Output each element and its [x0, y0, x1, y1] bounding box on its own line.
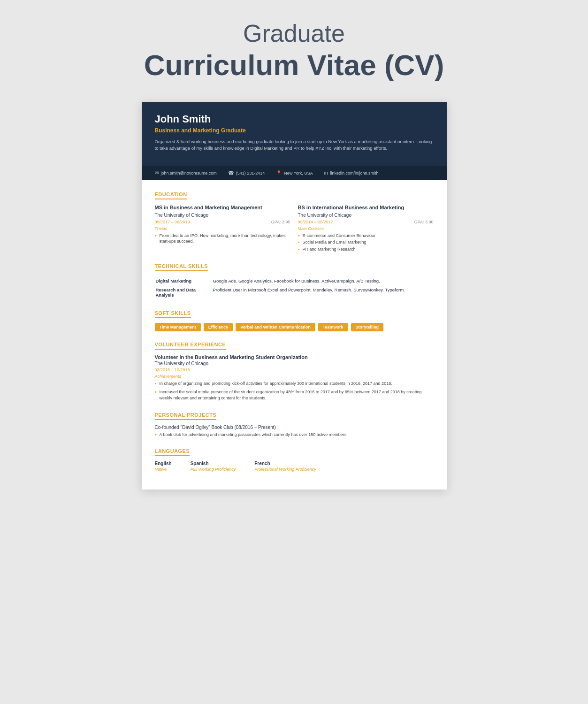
- edu1-gpa: GPA: 3.95: [271, 220, 290, 224]
- skill-row-1: Digital Marketing Google Ads. Google Ana…: [156, 277, 433, 285]
- cv-contact-bar: ✉ john.smith@novoresume.com ☎ (541) 231-…: [142, 166, 447, 180]
- edu1-degree: MS in Business and Marketing Management: [155, 204, 290, 211]
- soft-skills-title: SOFT SKILLS: [155, 310, 191, 318]
- project-title: Co-founded "David Ogilvy" Book Club (08/…: [155, 425, 434, 430]
- edu1-label: Thesis: [155, 226, 290, 231]
- education-section: EDUCATION MS in Business and Marketing M…: [155, 190, 434, 253]
- page-title-line2: Curriculum Vitae (CV): [144, 48, 444, 83]
- education-grid: MS in Business and Marketing Management …: [155, 204, 434, 253]
- lang-name-3: French: [254, 461, 316, 466]
- cv-body: EDUCATION MS in Business and Marketing M…: [142, 180, 447, 490]
- soft-skills-section: SOFT SKILLS Time Management Efficiency V…: [155, 308, 434, 331]
- volunteer-title: Volunteer in the Business and Marketing …: [155, 354, 434, 360]
- languages-grid: English Native Spanish Full Working Prof…: [155, 461, 434, 472]
- lang-name-1: English: [155, 461, 172, 466]
- page-title: Graduate Curriculum Vitae (CV): [144, 19, 444, 83]
- education-item-2: BS in International Business and Marketi…: [298, 204, 434, 253]
- email-icon: ✉: [155, 170, 159, 176]
- contact-phone: ☎ (541) 231-2414: [228, 170, 265, 176]
- location-icon: 📍: [276, 170, 282, 176]
- edu2-bullet-1: E-commerce and Consumer Behaviour: [298, 233, 434, 239]
- skill-detail-2: Proficient User in Microsoft Excel and P…: [213, 286, 433, 299]
- cv-summary: Organized & hard-working business and ma…: [155, 138, 434, 152]
- lang-level-3: Professional Working Proficiency: [254, 467, 316, 472]
- page-title-line1: Graduate: [144, 19, 444, 48]
- skill-tag-3: Teamwork: [318, 323, 348, 331]
- edu2-bullet-3: PR and Marketing Research: [298, 246, 434, 253]
- cv-document: John Smith Business and Marketing Gradua…: [142, 102, 447, 490]
- edu2-dates-gpa: 09/2014 – 06/2017 GPA: 3.90: [298, 220, 434, 224]
- volunteer-bullet-2: Increased the social media presence of t…: [155, 389, 434, 402]
- edu2-school: The University of Chicago: [298, 213, 434, 218]
- project-bullets: A book club for advertising and marketin…: [155, 432, 434, 438]
- volunteer-section: VOLUNTEER EXPERIENCE Volunteer in the Bu…: [155, 340, 434, 402]
- contact-location: 📍 New York, USA: [276, 170, 313, 176]
- contact-email: ✉ john.smith@novoresume.com: [155, 170, 217, 176]
- technical-skills-title: TECHNICAL SKILLS: [155, 263, 208, 271]
- edu2-bullets: E-commerce and Consumer Behaviour Social…: [298, 233, 434, 253]
- edu2-dates: 09/2014 – 06/2017: [298, 220, 333, 224]
- skill-tag-1: Efficiency: [204, 323, 233, 331]
- edu2-label: Main Courses: [298, 226, 434, 231]
- skill-tag-4: Storytelling: [351, 323, 384, 331]
- project-bullet-1: A book club for advertising and marketin…: [155, 432, 434, 438]
- volunteer-label: Achievements: [155, 374, 434, 379]
- contact-linkedin: in linkedin.com/in/john.smith: [324, 170, 379, 176]
- edu1-school: The University of Chicago: [155, 213, 290, 218]
- edu1-bullet-1: From Idea to an IPO: How marketing, more…: [155, 233, 290, 245]
- languages-section: LANGUAGES English Native Spanish Full Wo…: [155, 446, 434, 472]
- education-section-title: EDUCATION: [155, 191, 187, 199]
- volunteer-bullets: In charge of organizing and promoting ki…: [155, 381, 434, 402]
- lang-level-2: Full Working Proficiency: [191, 467, 236, 472]
- volunteer-bullet-1: In charge of organizing and promoting ki…: [155, 381, 434, 387]
- volunteer-dates: 03/2015 – 10/2018: [155, 367, 434, 372]
- volunteer-section-title: VOLUNTEER EXPERIENCE: [155, 342, 226, 350]
- education-item-1: MS in Business and Marketing Management …: [155, 204, 290, 253]
- linkedin-icon: in: [324, 170, 328, 176]
- skill-name-1: Digital Marketing: [156, 277, 212, 285]
- skill-name-2: Research and Data Analysis: [156, 286, 212, 299]
- language-item-2: Spanish Full Working Proficiency: [191, 461, 236, 472]
- lang-name-2: Spanish: [191, 461, 236, 466]
- cv-title: Business and Marketing Graduate: [155, 127, 434, 134]
- lang-level-1: Native: [155, 467, 172, 472]
- skill-row-2: Research and Data Analysis Proficient Us…: [156, 286, 433, 299]
- phone-icon: ☎: [228, 170, 234, 176]
- soft-skills-tags: Time Management Efficiency Verbal and Wr…: [155, 323, 434, 331]
- edu2-gpa: GPA: 3.90: [414, 220, 434, 224]
- edu2-degree: BS in International Business and Marketi…: [298, 204, 434, 211]
- technical-skills-section: TECHNICAL SKILLS Digital Marketing Googl…: [155, 261, 434, 300]
- languages-section-title: LANGUAGES: [155, 448, 190, 456]
- edu1-dates: 09/2017 – 06/2019: [155, 220, 190, 224]
- language-item-1: English Native: [155, 461, 172, 472]
- technical-skills-table: Digital Marketing Google Ads. Google Ana…: [155, 276, 434, 300]
- skill-tag-0: Time Management: [155, 323, 201, 331]
- projects-section: PERSONAL PROJECTS Co-founded "David Ogil…: [155, 410, 434, 438]
- edu2-bullet-2: Social Media and Email Marketing: [298, 239, 434, 245]
- volunteer-org: The University of Chicago: [155, 361, 434, 366]
- skill-detail-1: Google Ads. Google Analytics. Facebook f…: [213, 277, 433, 285]
- skill-tag-2: Verbal and Written Communication: [236, 323, 315, 331]
- language-item-3: French Professional Working Proficiency: [254, 461, 316, 472]
- edu1-bullets: From Idea to an IPO: How marketing, more…: [155, 233, 290, 245]
- cv-header: John Smith Business and Marketing Gradua…: [142, 102, 447, 166]
- cv-name: John Smith: [155, 113, 434, 125]
- edu1-dates-gpa: 09/2017 – 06/2019 GPA: 3.95: [155, 220, 290, 224]
- projects-section-title: PERSONAL PROJECTS: [155, 412, 217, 420]
